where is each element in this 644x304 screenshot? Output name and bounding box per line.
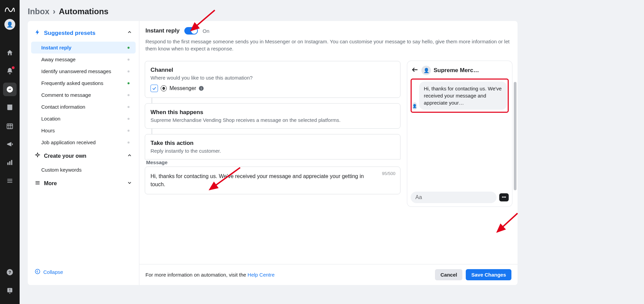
action-card: Take this action Reply instantly to the … (145, 134, 400, 159)
info-icon[interactable]: i (199, 86, 204, 91)
menu-icon[interactable] (3, 174, 17, 188)
preview-input-placeholder: Aa (411, 192, 497, 203)
report-icon[interactable]: ! (3, 284, 17, 297)
preset-item-job-application-received[interactable]: Job application received (31, 136, 136, 148)
breadcrumb: Inbox › Automations (20, 0, 526, 21)
status-dot (128, 59, 130, 61)
bolt-icon (34, 29, 41, 37)
status-dot (128, 82, 130, 84)
meta-logo-icon[interactable] (5, 6, 15, 14)
message-input-card[interactable]: 95/500 Hi, thanks for contacting us. We'… (145, 167, 400, 194)
breadcrumb-parent[interactable]: Inbox (28, 7, 49, 16)
ads-icon[interactable] (3, 137, 17, 151)
chevron-up-icon (127, 29, 132, 37)
help-centre-link[interactable]: Help Centre (248, 272, 275, 278)
svg-rect-9 (11, 160, 13, 165)
user-avatar[interactable]: 👤 (4, 19, 15, 30)
svg-point-20 (35, 269, 40, 274)
more-header[interactable]: More (31, 176, 136, 191)
char-counter: 95/500 (382, 171, 395, 176)
when-card: When this happens Supreme Merchandise Ve… (145, 103, 400, 129)
channel-label: Messenger (169, 85, 196, 91)
config-title: Instant reply (145, 27, 180, 34)
instant-reply-toggle[interactable] (184, 27, 198, 35)
scrollbar[interactable] (514, 82, 516, 190)
custom-keywords-item[interactable]: Custom keywords (31, 164, 136, 176)
list-icon (34, 180, 41, 187)
messenger-icon (161, 85, 167, 91)
svg-rect-2 (7, 105, 13, 106)
cancel-button[interactable]: Cancel (435, 269, 462, 280)
inbox-icon[interactable] (3, 83, 17, 96)
save-changes-button[interactable]: Save Changes (466, 269, 511, 280)
preset-item-identify-unanswered-messages[interactable]: Identify unanswered messages (31, 65, 136, 77)
status-dot (128, 70, 130, 72)
preset-item-instant-reply[interactable]: Instant reply (31, 42, 136, 53)
preset-sidebar: Suggested presets Instant replyAway mess… (28, 21, 139, 285)
create-your-own-header[interactable]: Create your own (31, 148, 136, 164)
status-dot (128, 130, 130, 132)
calendar-icon[interactable] (3, 119, 17, 133)
svg-rect-3 (7, 124, 13, 129)
svg-text:?: ? (8, 270, 11, 275)
insights-icon[interactable] (3, 156, 17, 169)
sparkle-icon (34, 152, 41, 160)
send-icon: ••• (499, 193, 509, 201)
preset-item-location[interactable]: Location (31, 113, 136, 125)
status-dot (128, 142, 130, 144)
message-label: Message (146, 159, 400, 165)
collapse-icon (34, 268, 41, 276)
status-dot (128, 106, 130, 108)
messenger-checkbox[interactable] (151, 85, 158, 92)
collapse-button[interactable]: Collapse (31, 265, 136, 279)
svg-rect-7 (7, 162, 9, 165)
left-rail: 👤 ? ! (0, 0, 20, 304)
home-icon[interactable] (3, 46, 17, 60)
preview-page-name: Supreme Merc… (434, 67, 479, 74)
svg-rect-1 (7, 105, 13, 110)
preview-message-bubble: Hi, thanks for contacting us. We've rece… (419, 82, 507, 110)
preview-highlight: 👤 Hi, thanks for contacting us. We've re… (411, 79, 509, 113)
suggested-presets-header[interactable]: Suggested presets (31, 27, 136, 42)
toggle-state-label: On (203, 28, 209, 34)
status-dot (128, 118, 130, 120)
channel-card: Channel Where would you like to use this… (145, 61, 400, 98)
chevron-down-icon (127, 180, 132, 187)
status-dot (128, 47, 130, 49)
breadcrumb-current: Automations (59, 7, 109, 16)
preset-item-comment-to-message[interactable]: Comment to message (31, 89, 136, 101)
message-input[interactable]: Hi, thanks for contacting us. We've rece… (149, 171, 396, 190)
preset-item-contact-information[interactable]: Contact information (31, 101, 136, 113)
back-arrow-icon[interactable] (411, 66, 419, 75)
preset-item-hours[interactable]: Hours (31, 125, 136, 136)
preview-avatar: 👤 (421, 66, 431, 75)
footer-text: For more information on automation, visi… (145, 272, 275, 278)
bubble-avatar: 👤 (412, 102, 417, 110)
config-description: Respond to the first message someone sen… (145, 38, 511, 52)
svg-rect-8 (9, 161, 10, 165)
chevron-up-icon (127, 153, 132, 159)
svg-text:!: ! (9, 288, 10, 292)
posts-icon[interactable] (3, 101, 17, 114)
notifications-icon[interactable] (3, 64, 17, 78)
chevron-right-icon: › (53, 7, 55, 16)
preset-item-frequently-asked-questions[interactable]: Frequently asked questions (31, 77, 136, 89)
help-icon[interactable]: ? (3, 265, 17, 279)
preset-item-away-message[interactable]: Away message (31, 53, 136, 65)
chat-preview: 👤 Supreme Merc… 👤 Hi, thanks for contact… (407, 61, 512, 207)
status-dot (128, 94, 130, 96)
